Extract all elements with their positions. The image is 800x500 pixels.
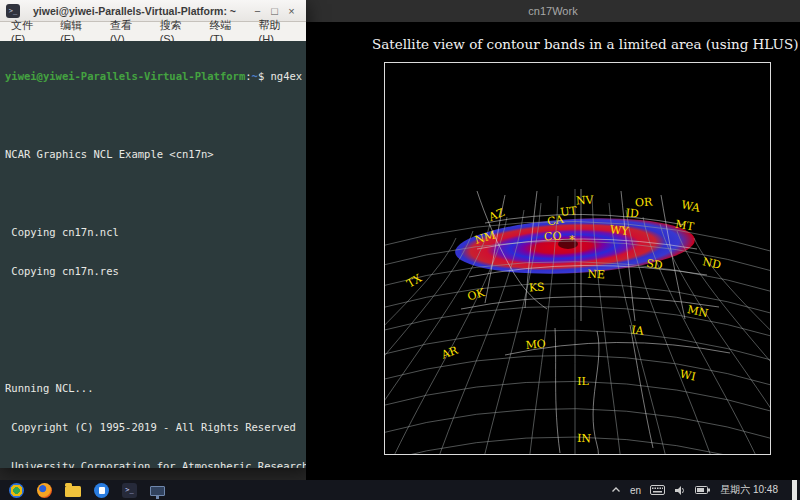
state-label: IN [577,432,592,445]
state-label: NV [576,193,595,207]
terminal-line: Copying cn17n.ncl [5,226,301,239]
state-label: WA [680,198,702,215]
plot-window: cn17Work Satellite view of contour bands… [306,0,800,480]
state-label: SD [645,257,663,272]
terminal-line: NCAR Graphics NCL Example <cn17n> [5,148,301,161]
grid-line [677,231,770,454]
terminal-line: University Corporation for Atmospheric R… [5,460,301,468]
grid-line [385,231,473,454]
tray-expand-icon[interactable] [611,486,621,494]
language-indicator[interactable]: en [630,485,641,496]
satellite-map: WA OR ID MT NV CA UT AZ NM CO WY SD ND N… [385,63,770,454]
desktop: cn17Work Satellite view of contour bands… [0,0,800,500]
terminal-menubar: 文件(F) 编辑(E) 查看(V) 搜索(S) 终端(T) 帮助(H) [0,22,306,42]
terminal-line [5,304,301,317]
state-label: UT [560,204,579,219]
state-label: WI [679,368,697,384]
prompt-dollar: $ [258,70,271,82]
state-label: IL [577,375,589,388]
command-text: ng4ex cn17n [271,70,306,82]
minimize-button[interactable]: − [249,5,266,17]
state-label: TX [404,271,424,290]
state-label: MO [525,337,546,352]
taskbar: en 星期六 10:48 [0,480,800,500]
terminal-line [5,109,301,122]
grid-line [385,306,770,338]
volume-icon[interactable] [674,485,686,496]
terminal-line: Copying cn17n.res [5,265,301,278]
terminal-line [5,343,301,356]
system-tray: en 星期六 10:48 [611,480,800,500]
state-label: MN [686,303,710,320]
state-label: ND [701,255,722,272]
file-manager-icon[interactable] [65,486,81,497]
system-monitor-icon[interactable] [150,486,165,496]
terminal-line: Copyright (C) 1995-2019 - All Rights Res… [5,421,301,434]
prompt-user-host: yiwei@yiwei-Parallels-Virtual-Platform [5,70,245,82]
terminal-title: yiwei@yiwei-Parallels-Virtual-Platform: … [20,5,249,17]
state-label: WY [609,223,629,238]
state-label: IA [631,323,646,338]
terminal-task-icon[interactable] [122,483,137,498]
terminal-line [5,187,301,200]
battery-icon[interactable] [695,485,711,495]
plot-frame: WA OR ID MT NV CA UT AZ NM CO WY SD ND N… [384,62,771,455]
close-button[interactable]: × [283,5,300,17]
state-label: AZ [486,206,507,224]
terminal-app-icon [6,4,20,18]
plot-window-titlebar[interactable]: cn17Work [306,0,800,22]
terminal-window: yiwei@yiwei-Parallels-Virtual-Platform: … [0,0,306,468]
state-label: CO [544,229,562,243]
firefox-icon[interactable] [37,483,52,498]
start-menu-icon[interactable] [9,483,24,498]
terminal-line: Running NCL... [5,382,301,395]
keyboard-icon[interactable] [650,485,665,495]
maximize-button[interactable]: □ [266,5,283,17]
grid-line [694,238,770,454]
state-label: AR [439,344,460,362]
grid-line [385,283,770,315]
show-desktop-button[interactable] [792,480,797,500]
plot-window-title: cn17Work [528,5,577,17]
terminal-output[interactable]: yiwei@yiwei-Parallels-Virtual-Platform:~… [0,41,306,468]
state-label: ID [625,207,639,221]
grid-line [385,238,456,454]
plot-title: Satellite view of contour bands in a lim… [372,36,784,52]
prompt-line: yiwei@yiwei-Parallels-Virtual-Platform:~… [5,70,301,83]
clock[interactable]: 星期六 10:48 [720,483,778,497]
grid-point-star: * [569,233,575,246]
state-label: KS [528,280,545,294]
taskbar-launchers [0,483,165,498]
state-label: NE [587,268,605,282]
app-store-icon[interactable] [94,483,109,498]
